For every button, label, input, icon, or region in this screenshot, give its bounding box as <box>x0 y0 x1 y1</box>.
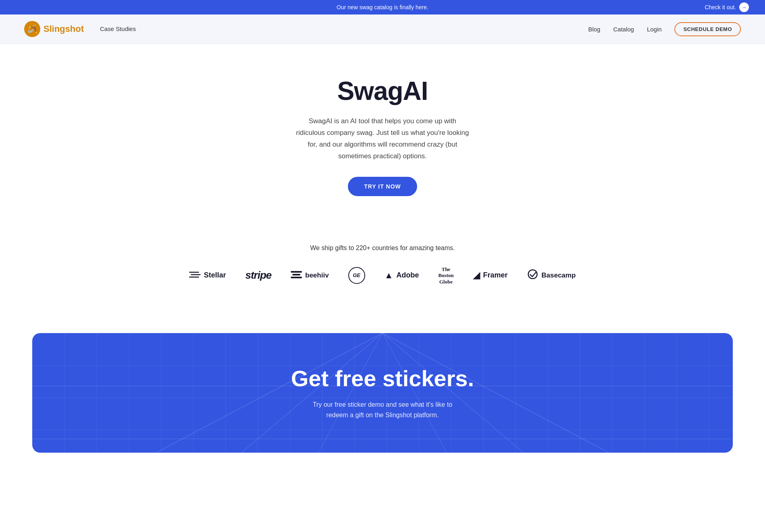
arrow-icon: → <box>739 2 749 12</box>
nav-catalog[interactable]: Catalog <box>613 26 634 33</box>
check-it-out-text: Check it out. <box>705 4 736 10</box>
brand-framer: ◢ Framer <box>473 270 508 281</box>
cta-grid-overlay <box>32 333 733 452</box>
brands-subtitle: We ship gifts to 220+ countries for amaz… <box>310 244 455 252</box>
stellar-icon <box>189 270 201 281</box>
brand-stellar: Stellar <box>189 270 226 281</box>
stripe-label: stripe <box>245 269 271 282</box>
framer-icon: ◢ <box>473 270 480 281</box>
brands-section: We ship gifts to 220+ countries for amaz… <box>0 220 765 301</box>
blue-cta-description: Try our free sticker demo and see what i… <box>306 400 459 420</box>
svg-line-11 <box>283 333 382 452</box>
banner-text: Our new swag catalog is finally here. <box>16 4 749 10</box>
basecamp-icon <box>527 269 538 281</box>
beehiiv-label: beehiiv <box>305 271 329 279</box>
logo[interactable]: 🪃 Slingshot <box>24 21 84 37</box>
brand-adobe: ▲ Adobe <box>385 270 419 281</box>
nav-case-studies[interactable]: Case Studies <box>100 25 136 32</box>
ge-icon: GE <box>348 267 365 284</box>
brand-beehiiv: beehiiv <box>291 270 329 280</box>
top-banner: Our new swag catalog is finally here. Ch… <box>0 0 765 14</box>
logo-icon: 🪃 <box>24 21 40 37</box>
svg-rect-3 <box>291 271 302 273</box>
svg-line-12 <box>382 333 482 452</box>
nav-blog[interactable]: Blog <box>588 26 600 33</box>
beehiiv-icon <box>291 270 302 280</box>
nav-right: Blog Catalog Login SCHEDULE DEMO <box>588 22 741 36</box>
nav-links: Case Studies <box>100 25 588 33</box>
svg-line-7 <box>32 333 382 452</box>
svg-rect-4 <box>292 274 300 275</box>
basecamp-label: Basecamp <box>542 271 576 279</box>
try-now-button[interactable]: TRY IT NOW <box>348 177 417 196</box>
svg-line-10 <box>382 333 601 452</box>
brand-stripe: stripe <box>245 269 271 282</box>
boston-globe-label: TheBostonGlobe <box>438 266 453 285</box>
svg-rect-5 <box>291 277 302 278</box>
hero-title: SwagAI <box>337 76 428 106</box>
blue-cta-title: Get free stickers. <box>291 365 474 391</box>
navbar: 🪃 Slingshot Case Studies Blog Catalog Lo… <box>0 14 765 44</box>
svg-line-9 <box>164 333 382 452</box>
stellar-label: Stellar <box>204 271 226 279</box>
hero-description: SwagAI is an AI tool that helps you come… <box>294 116 471 162</box>
ge-label: GE <box>353 272 360 278</box>
brand-ge: GE <box>348 267 365 284</box>
nav-login[interactable]: Login <box>647 26 662 33</box>
hero-section: SwagAI SwagAI is an AI tool that helps y… <box>0 44 765 220</box>
svg-line-8 <box>382 333 733 452</box>
schedule-demo-button[interactable]: SCHEDULE DEMO <box>674 22 741 36</box>
check-it-out-link[interactable]: Check it out. → <box>705 2 749 12</box>
adobe-label: Adobe <box>396 271 419 279</box>
brand-boston-globe: TheBostonGlobe <box>438 266 453 285</box>
blue-cta-section: Get free stickers. Try our free sticker … <box>32 333 733 452</box>
adobe-icon: ▲ <box>385 270 393 281</box>
framer-label: Framer <box>483 271 508 279</box>
logo-text: Slingshot <box>43 24 84 34</box>
svg-point-6 <box>528 270 537 279</box>
brand-basecamp: Basecamp <box>527 269 576 281</box>
brands-row: Stellar stripe beehiiv GE ▲ <box>189 266 576 285</box>
